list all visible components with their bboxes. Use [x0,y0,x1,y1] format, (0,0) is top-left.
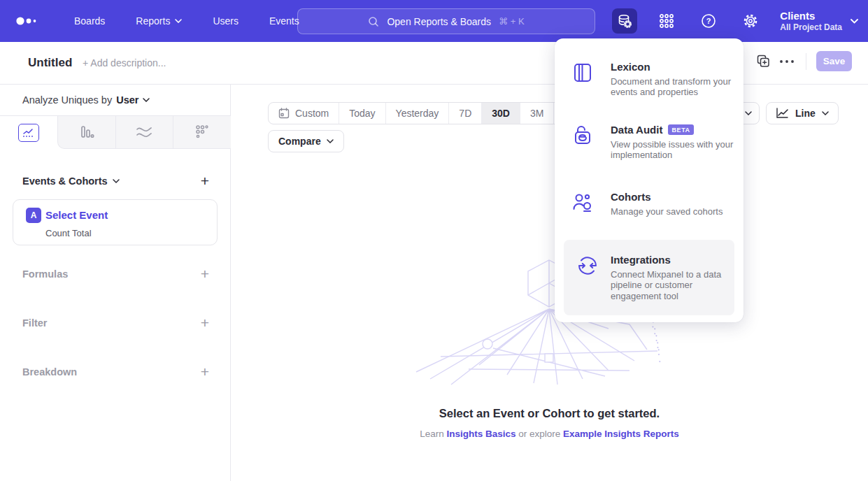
chart-type-selector[interactable]: Line [766,102,839,124]
chart-type-label: Line [795,108,816,119]
count-total-label[interactable]: Count Total [45,228,92,238]
help-icon: ? [701,13,716,29]
nav-right-cluster: ? Clients All Project Data [612,0,858,42]
breakdown-label: Breakdown [22,366,77,378]
empty-state-links: Learn Insights Basics or explore Example… [231,429,868,439]
save-button[interactable]: Save [816,51,852,71]
chart-type-tabs [0,115,231,149]
events-cohorts-label: Events & Cohorts [22,175,108,187]
menu-item-lexicon[interactable]: Lexicon Document and transform your even… [555,61,744,98]
search-shortcut: ⌘ + K [499,16,525,27]
metrics-dots-icon [194,124,210,140]
data-management-menu: Lexicon Document and transform your even… [555,38,744,322]
beta-badge: BETA [668,124,693,135]
add-breakdown-button[interactable]: + [201,364,209,379]
svg-text:?: ? [706,17,711,25]
date-range-7d[interactable]: 7D [448,103,481,124]
tab-metrics[interactable] [173,116,231,149]
filter-label: Filter [22,317,47,329]
chevron-down-icon [143,98,150,102]
formulas-label: Formulas [22,268,68,280]
search-placeholder: Open Reports & Boards [387,16,491,27]
report-description-placeholder[interactable]: + Add description... [83,57,166,69]
compare-button[interactable]: Compare [268,130,344,152]
menu-item-title: Cohorts [611,191,651,203]
chevron-down-icon [851,19,858,24]
nav-item-label: Reports [136,15,170,27]
report-title[interactable]: Untitled [28,56,72,70]
chevron-down-icon [327,139,334,143]
settings-button[interactable] [738,8,763,34]
lexicon-book-icon [573,62,592,83]
menu-item-cohorts[interactable]: Cohorts Manage your saved cohorts [555,191,744,217]
bar-chart-icon [79,124,94,140]
analyze-uniques-selector[interactable]: Analyze Uniques by User [22,94,150,106]
top-nav: Boards Reports Users Events Open Reports… [0,0,868,42]
tab-bar-chart[interactable] [57,116,115,149]
ellipsis-icon [780,60,794,63]
analyze-label: Analyze Uniques by [22,94,112,106]
project-scope: All Project Data [780,22,842,32]
divider [806,53,806,70]
help-button[interactable]: ? [696,8,721,34]
duplicate-icon [757,55,770,68]
events-cohorts-label-row[interactable]: Events & Cohorts [22,175,120,187]
date-range-30d-selected[interactable]: 30D [481,103,520,124]
date-range-yesterday[interactable]: Yesterday [385,103,449,124]
insights-basics-link[interactable]: Insights Basics [446,429,515,439]
events-cohorts-header: Events & Cohorts + [22,173,209,188]
date-range-custom[interactable]: Custom [269,103,339,124]
integrations-sync-icon [577,255,598,276]
add-formula-button[interactable]: + [201,266,209,281]
duplicate-button[interactable] [751,52,775,71]
menu-item-title: Data Audit [611,124,662,136]
menu-item-description: Document and transform your events and p… [611,76,735,98]
nav-item-events[interactable]: Events [269,15,299,27]
analyze-value: User [116,94,138,106]
nav-item-label: Boards [74,15,105,27]
breakdown-section: Breakdown + [22,364,209,379]
menu-item-data-audit[interactable]: Data Audit BETA View possible issues wit… [555,124,744,161]
formulas-section: Formulas + [22,266,209,281]
data-audit-icon [573,125,592,146]
add-filter-button[interactable]: + [201,315,209,330]
tab-stacked-chart[interactable] [115,116,173,149]
data-management-button[interactable] [612,8,637,34]
line-chart-icon [776,108,789,119]
compare-label: Compare [278,136,321,147]
apps-grid-button[interactable] [654,8,679,34]
event-card[interactable]: A Select Event Count Total [13,199,218,245]
menu-item-title: Lexicon [611,61,650,73]
report-actions: Save [751,51,852,71]
date-range-today[interactable]: Today [339,103,385,124]
select-event-label[interactable]: Select Event [45,209,108,221]
project-name: Clients [780,10,842,23]
nav-item-label: Users [213,15,239,27]
project-selector[interactable]: Clients All Project Data [780,10,858,33]
nav-item-boards[interactable]: Boards [74,15,105,27]
stacked-area-icon [136,125,152,139]
example-reports-link[interactable]: Example Insights Reports [563,429,679,439]
gear-icon [743,13,758,29]
grid-icon [659,13,674,29]
menu-item-description: Manage your saved cohorts [611,206,735,217]
nav-item-users[interactable]: Users [213,15,239,27]
menu-item-integrations[interactable]: Integrations Connect Mixpanel to a data … [564,240,734,315]
menu-item-title: Integrations [611,254,671,266]
tab-line-chart[interactable] [0,116,57,149]
search-icon [368,16,379,27]
cohorts-users-icon [572,192,593,212]
more-options-button[interactable] [775,52,799,71]
nav-links: Boards Reports Users Events [74,15,299,27]
chevron-down-icon [745,111,752,115]
global-search-input[interactable]: Open Reports & Boards ⌘ + K [297,8,595,34]
mixpanel-insights-app: Boards Reports Users Events Open Reports… [0,0,868,481]
menu-item-description: View possible issues with your implement… [611,139,735,161]
nav-item-reports[interactable]: Reports [136,15,182,27]
chevron-down-icon [175,19,182,23]
mixpanel-logo-icon[interactable] [15,15,43,27]
query-builder-sidebar: Analyze Uniques by User [0,85,231,481]
date-range-3m[interactable]: 3M [520,103,553,124]
database-gear-icon [617,13,632,29]
add-event-button[interactable]: + [201,173,209,188]
